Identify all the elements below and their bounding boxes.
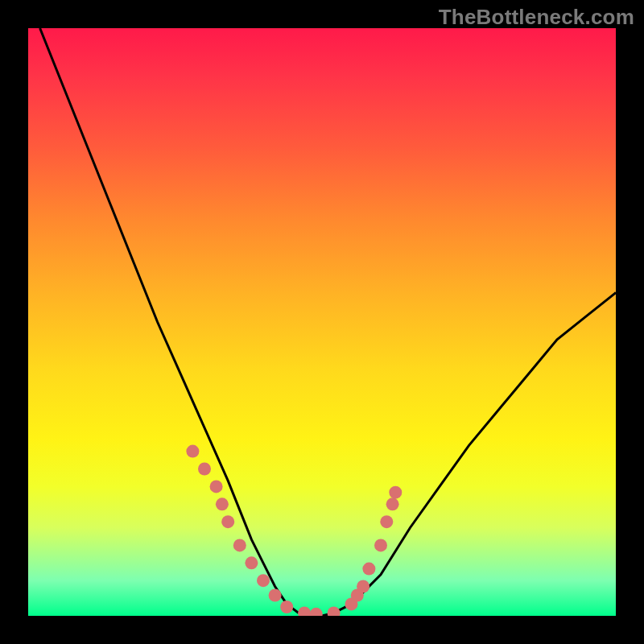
highlight-dot [298, 606, 311, 616]
highlight-dot [186, 445, 199, 458]
highlight-dot [221, 515, 234, 528]
highlight-dot [380, 515, 393, 528]
highlight-dot [310, 608, 323, 616]
highlight-dot [386, 497, 399, 510]
chart-svg [28, 28, 616, 616]
highlight-dot [357, 580, 369, 593]
highlight-dot [269, 589, 282, 602]
chart-frame: TheBottleneck.com [0, 0, 644, 644]
watermark-label: TheBottleneck.com [439, 5, 634, 30]
highlight-dot [374, 539, 387, 551]
highlight-dot [198, 463, 211, 476]
highlight-dot [257, 574, 270, 587]
highlight-dot [233, 539, 246, 551]
highlight-dot [245, 556, 258, 569]
plot-area [28, 28, 616, 616]
highlight-dot [362, 563, 375, 576]
highlight-dot [280, 601, 293, 613]
bottleneck-curve-path [40, 28, 616, 616]
highlight-dot [389, 486, 402, 499]
highlight-dots-group [186, 445, 402, 616]
highlight-dot [210, 480, 223, 493]
highlight-dot [216, 497, 229, 510]
highlight-dot [345, 597, 358, 610]
highlight-dot [328, 606, 341, 616]
highlight-dot [351, 589, 364, 602]
